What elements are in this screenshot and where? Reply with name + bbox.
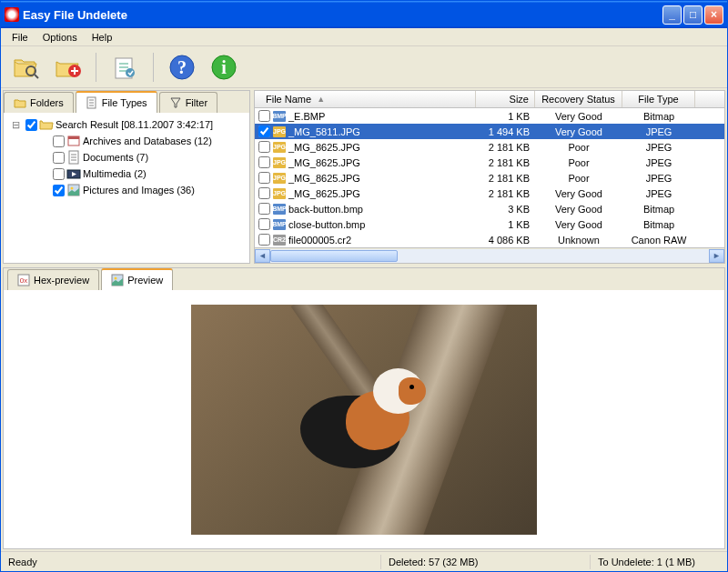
file-checkbox[interactable] xyxy=(258,172,270,184)
file-row[interactable]: BMP back-button.bmp 3 KB Very Good Bitma… xyxy=(255,201,724,216)
file-checkbox[interactable] xyxy=(258,141,270,153)
help-button[interactable]: ? xyxy=(165,50,199,85)
file-checkbox[interactable] xyxy=(258,125,270,137)
tab-preview[interactable]: Preview xyxy=(101,268,173,290)
settings-icon xyxy=(110,53,139,82)
jpg-icon: JPG xyxy=(273,142,286,153)
statusbar: Ready Deleted: 57 (32 MB) To Undelete: 1… xyxy=(1,551,727,571)
folder-icon xyxy=(14,96,26,109)
tab-hex-preview[interactable]: 0x Hex-preview xyxy=(7,269,99,290)
file-row[interactable]: JPG _MG_8625.JPG 2 181 KB Poor JPEG xyxy=(255,155,724,170)
hex-icon: 0x xyxy=(17,274,30,286)
scroll-track[interactable] xyxy=(270,249,709,263)
maximize-button[interactable]: □ xyxy=(683,5,703,25)
file-list[interactable]: BMP _E.BMP 1 KB Very Good Bitmap JPG _MG… xyxy=(254,108,725,248)
tree-item[interactable]: Multimedia (2) xyxy=(7,166,246,182)
undelete-button[interactable] xyxy=(50,50,85,85)
settings-button[interactable] xyxy=(107,50,142,85)
tree-root-checkbox[interactable] xyxy=(25,119,37,131)
menu-options[interactable]: Options xyxy=(35,30,85,45)
tree-item-label: Documents (7) xyxy=(83,152,148,163)
toolbar-divider xyxy=(153,53,154,82)
file-checkbox[interactable] xyxy=(258,203,270,215)
file-row[interactable]: JPG _MG_8625.JPG 2 181 KB Very Good JPEG xyxy=(255,186,724,201)
toolbar-divider xyxy=(96,53,96,82)
tab-hex-label: Hex-preview xyxy=(34,275,89,286)
upper-split: Folders File Types Filter ⊟ xyxy=(1,88,727,266)
toolbar: ? i xyxy=(1,46,727,88)
file-checkbox[interactable] xyxy=(258,187,270,199)
scroll-left-button[interactable]: ◄ xyxy=(255,249,270,263)
tree-content[interactable]: ⊟ Search Result [08.11.2007 3:42:17] Arc… xyxy=(4,113,249,263)
jpg-icon: JPG xyxy=(273,173,286,184)
file-name: file000005.cr2 xyxy=(288,235,351,246)
file-row[interactable]: JPG _MG_8625.JPG 2 181 KB Poor JPEG xyxy=(255,139,724,155)
file-types-icon xyxy=(86,96,98,109)
category-icon xyxy=(66,166,81,181)
window-title: Easy File Undelete xyxy=(23,8,662,22)
file-status: Unknown xyxy=(535,234,622,246)
status-ready: Ready xyxy=(1,555,381,569)
file-status: Very Good xyxy=(535,218,622,231)
scan-button[interactable] xyxy=(8,50,43,85)
category-icon xyxy=(66,134,81,148)
tree-item-checkbox[interactable] xyxy=(53,152,65,164)
file-row[interactable]: BMP close-button.bmp 1 KB Very Good Bitm… xyxy=(255,216,724,232)
jpg-icon: JPG xyxy=(273,126,286,137)
horizontal-scrollbar[interactable]: ◄ ► xyxy=(254,248,725,264)
category-icon xyxy=(66,183,81,197)
file-checkbox[interactable] xyxy=(258,234,270,246)
tree-item[interactable]: Pictures and Images (36) xyxy=(7,182,246,198)
file-type: JPEG xyxy=(622,187,695,200)
svg-text:i: i xyxy=(221,57,227,77)
file-name: _MG_8625.JPG xyxy=(288,173,360,184)
file-size: 4 086 KB xyxy=(476,234,535,246)
file-checkbox[interactable] xyxy=(258,218,270,230)
preview-tabs: 0x Hex-preview Preview xyxy=(4,268,724,290)
file-size: 2 181 KB xyxy=(476,156,535,169)
tree-item-checkbox[interactable] xyxy=(53,185,65,196)
file-checkbox[interactable] xyxy=(258,156,270,168)
menu-file[interactable]: File xyxy=(5,30,35,45)
image-icon xyxy=(111,274,124,286)
file-checkbox[interactable] xyxy=(258,110,270,122)
main-area: Folders File Types Filter ⊟ xyxy=(1,88,727,551)
col-size[interactable]: Size xyxy=(476,91,535,107)
file-row[interactable]: BMP _E.BMP 1 KB Very Good Bitmap xyxy=(255,108,724,124)
cr2-icon: CR2 xyxy=(273,235,286,246)
file-status: Poor xyxy=(535,172,622,185)
file-row[interactable]: CR2 file000005.cr2 4 086 KB Unknown Cano… xyxy=(255,232,724,247)
tree-collapse-icon[interactable]: ⊟ xyxy=(7,119,24,131)
file-size: 1 KB xyxy=(476,218,535,231)
file-size: 1 KB xyxy=(476,110,535,123)
folder-plus-icon xyxy=(53,53,82,82)
tree-item-checkbox[interactable] xyxy=(53,135,65,147)
menu-help[interactable]: Help xyxy=(85,30,120,45)
about-button[interactable]: i xyxy=(207,50,241,85)
tree-item-label: Archives and Databases (12) xyxy=(83,135,212,146)
tree-root-label: Search Result [08.11.2007 3:42:17] xyxy=(56,119,213,130)
titlebar[interactable]: Easy File Undelete _ □ × xyxy=(1,1,727,28)
scroll-thumb[interactable] xyxy=(270,250,398,262)
file-row[interactable]: JPG _MG_8625.JPG 2 181 KB Poor JPEG xyxy=(255,170,724,186)
bmp-icon: BMP xyxy=(273,204,286,215)
tab-file-types[interactable]: File Types xyxy=(76,91,157,113)
scroll-right-button[interactable]: ► xyxy=(709,249,724,263)
tab-folders[interactable]: Folders xyxy=(4,92,74,113)
col-name[interactable]: File Name▲ xyxy=(255,91,476,107)
col-type[interactable]: File Type xyxy=(622,91,695,107)
tab-filter[interactable]: Filter xyxy=(159,92,217,113)
file-status: Very Good xyxy=(535,203,622,216)
file-panel: File Name▲ Size Recovery Status File Typ… xyxy=(254,90,725,264)
col-status[interactable]: Recovery Status xyxy=(535,91,622,107)
tree-item-checkbox[interactable] xyxy=(53,168,65,180)
file-row[interactable]: JPG _MG_5811.JPG 1 494 KB Very Good JPEG xyxy=(255,124,724,139)
folder-open-icon xyxy=(39,117,54,132)
tree-item-label: Pictures and Images (36) xyxy=(83,185,195,196)
tree-item[interactable]: Documents (7) xyxy=(7,149,246,166)
minimize-button[interactable]: _ xyxy=(662,5,682,25)
tree-item[interactable]: Archives and Databases (12) xyxy=(7,133,246,149)
close-button[interactable]: × xyxy=(704,5,723,25)
tree-root[interactable]: ⊟ Search Result [08.11.2007 3:42:17] xyxy=(7,116,246,133)
svg-rect-11 xyxy=(68,136,79,139)
